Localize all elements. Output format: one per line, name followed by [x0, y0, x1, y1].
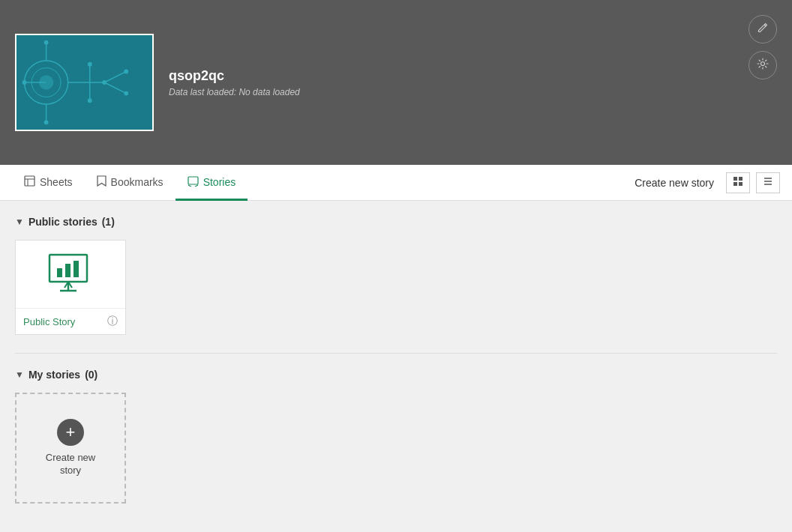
story-card-title: Public Story: [23, 316, 75, 327]
tabbar: Sheets Bookmarks Stories Create new stor…: [0, 165, 792, 201]
svg-rect-28: [739, 177, 742, 181]
svg-point-19: [124, 91, 128, 96]
svg-rect-30: [739, 182, 742, 186]
list-icon: [763, 176, 773, 189]
app-subtitle: Data last loaded: No data loaded: [169, 87, 300, 97]
public-stories-list: Public Story ⓘ: [15, 240, 777, 335]
create-new-story-card[interactable]: + Create newstory: [15, 393, 126, 504]
story-card-thumb: [16, 241, 125, 308]
public-stories-label: Public stories: [28, 216, 98, 228]
create-icon: +: [57, 419, 84, 446]
tab-bookmarks-label: Bookmarks: [111, 176, 164, 188]
my-stories-list: + Create newstory: [15, 393, 777, 504]
public-stories-header[interactable]: ▼ Public stories (1): [15, 216, 777, 228]
svg-rect-27: [734, 177, 737, 181]
svg-rect-39: [74, 261, 79, 277]
svg-rect-38: [65, 264, 70, 277]
sheets-icon: [24, 175, 35, 189]
story-info-icon[interactable]: ⓘ: [107, 315, 118, 328]
svg-rect-21: [25, 176, 34, 186]
app-thumbnail: [15, 34, 154, 131]
tab-stories-label: Stories: [203, 176, 236, 188]
header-actions: [748, 15, 777, 79]
tabbar-actions: Create new story: [628, 172, 780, 193]
edit-button[interactable]: [748, 15, 777, 43]
my-stories-header[interactable]: ▼ My stories (0): [15, 369, 777, 381]
svg-point-18: [124, 70, 128, 74]
story-card-public[interactable]: Public Story ⓘ: [15, 240, 126, 335]
my-stories-arrow: ▼: [15, 369, 24, 380]
public-stories-arrow: ▼: [15, 217, 24, 227]
app-title: qsop2qc: [169, 68, 300, 84]
stories-icon: [188, 175, 199, 189]
my-stories-label: My stories: [28, 369, 80, 381]
tab-sheets-label: Sheets: [40, 176, 73, 188]
tab-bookmarks[interactable]: Bookmarks: [85, 166, 176, 201]
svg-point-9: [22, 80, 27, 85]
svg-rect-37: [57, 268, 62, 277]
settings-button[interactable]: [748, 51, 777, 79]
svg-point-8: [44, 120, 49, 124]
grid-icon: [733, 176, 743, 189]
list-view-button[interactable]: [756, 172, 780, 193]
svg-point-13: [102, 80, 106, 85]
tab-stories[interactable]: Stories: [176, 166, 248, 201]
svg-line-26: [195, 185, 198, 187]
svg-point-15: [88, 98, 92, 103]
bookmark-icon: [97, 175, 106, 189]
grid-view-button[interactable]: [726, 172, 750, 193]
public-stories-count: (1): [102, 216, 115, 228]
svg-point-20: [761, 62, 765, 66]
gear-icon: [757, 58, 769, 73]
tab-sheets[interactable]: Sheets: [12, 166, 85, 201]
create-new-story-button[interactable]: Create new story: [628, 174, 720, 192]
story-card-footer: Public Story ⓘ: [16, 308, 125, 334]
svg-point-7: [44, 40, 49, 45]
app-info: qsop2qc Data last loaded: No data loaded: [169, 68, 300, 97]
svg-line-25: [188, 185, 191, 187]
edit-icon: [757, 22, 769, 37]
content-area: ▼ Public stories (1): [0, 201, 792, 532]
svg-rect-24: [188, 177, 198, 184]
svg-rect-29: [734, 182, 737, 186]
svg-point-14: [88, 62, 92, 67]
my-stories-count: (0): [85, 369, 98, 381]
create-card-label: Create newstory: [46, 452, 95, 477]
app-header: qsop2qc Data last loaded: No data loaded: [0, 0, 792, 165]
section-divider: [15, 353, 777, 354]
